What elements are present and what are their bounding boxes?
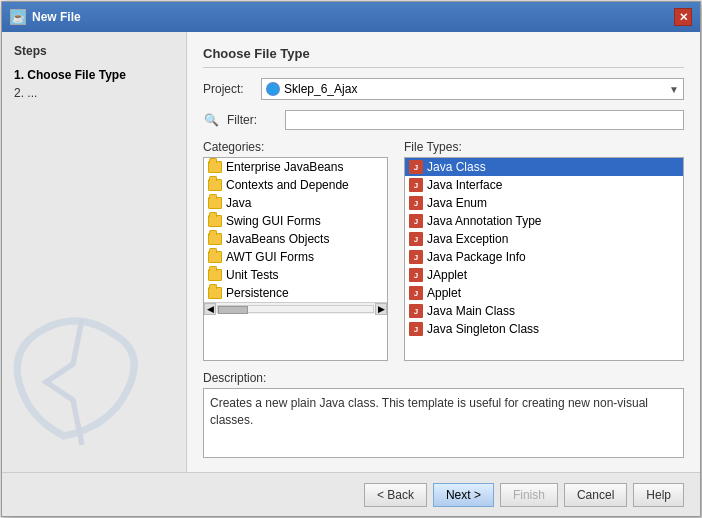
panel-title: Choose File Type — [203, 46, 684, 68]
finish-button[interactable]: Finish — [500, 483, 558, 507]
scroll-right-btn[interactable]: ▶ — [375, 303, 387, 315]
folder-icon — [208, 161, 222, 173]
project-dropdown[interactable]: 🌐 Sklep_6_Ajax ▼ — [261, 78, 684, 100]
filter-label: Filter: — [227, 113, 277, 127]
step-1-number: 1. — [14, 68, 24, 82]
back-button[interactable]: < Back — [364, 483, 427, 507]
description-section: Description: Creates a new plain Java cl… — [203, 371, 684, 458]
description-text: Creates a new plain Java class. This tem… — [210, 396, 648, 427]
search-icon: 🔍 — [203, 112, 219, 128]
filetype-label: Java Class — [427, 160, 486, 174]
sidebar-watermark — [2, 292, 172, 472]
filetype-label: Java Interface — [427, 178, 502, 192]
java-icon: J — [409, 322, 423, 336]
category-label: JavaBeans Objects — [226, 232, 329, 246]
list-item[interactable]: Unit Tests — [204, 266, 387, 284]
list-item[interactable]: J Java Singleton Class — [405, 320, 683, 338]
java-icon: J — [409, 196, 423, 210]
help-button[interactable]: Help — [633, 483, 684, 507]
filetypes-list[interactable]: J Java Class J Java Interface J Java Enu… — [404, 157, 684, 361]
list-item[interactable]: AWT GUI Forms — [204, 248, 387, 266]
list-item[interactable]: Enterprise JavaBeans — [204, 158, 387, 176]
dialog: ☕ New File ✕ Steps 1. Choose File Type 2… — [1, 1, 701, 517]
list-item[interactable]: J Applet — [405, 284, 683, 302]
categories-section: Categories: Enterprise JavaBeans Context… — [203, 140, 388, 361]
java-icon: J — [409, 160, 423, 174]
dropdown-arrow-icon: ▼ — [669, 84, 679, 95]
list-item[interactable]: J JApplet — [405, 266, 683, 284]
filter-row: 🔍 Filter: — [203, 110, 684, 130]
step-2: 2. ... — [14, 86, 174, 100]
filetype-label: Applet — [427, 286, 461, 300]
categories-scrollbar[interactable]: ◀ ▶ — [204, 302, 387, 314]
filetypes-list-inner: J Java Class J Java Interface J Java Enu… — [405, 158, 683, 338]
list-item[interactable]: Java — [204, 194, 387, 212]
project-value-container: 🌐 Sklep_6_Ajax — [266, 82, 357, 96]
steps-list: 1. Choose File Type 2. ... — [14, 68, 174, 100]
title-bar-left: ☕ New File — [10, 9, 81, 25]
scroll-track — [217, 305, 374, 313]
project-label: Project: — [203, 82, 253, 96]
globe-icon: 🌐 — [266, 82, 280, 96]
category-label: Persistence — [226, 286, 289, 300]
java-icon: J — [409, 178, 423, 192]
project-row: Project: 🌐 Sklep_6_Ajax ▼ — [203, 78, 684, 100]
folder-icon — [208, 233, 222, 245]
step-1: 1. Choose File Type — [14, 68, 174, 82]
step-2-number: 2. — [14, 86, 24, 100]
description-box: Creates a new plain Java class. This tem… — [203, 388, 684, 458]
java-icon: J — [409, 304, 423, 318]
java-icon: J — [409, 232, 423, 246]
category-label: Contexts and Depende — [226, 178, 349, 192]
list-item[interactable]: JavaBeans Objects — [204, 230, 387, 248]
filetype-label: Java Annotation Type — [427, 214, 542, 228]
list-item[interactable]: J Java Main Class — [405, 302, 683, 320]
list-item[interactable]: Contexts and Depende — [204, 176, 387, 194]
category-label: AWT GUI Forms — [226, 250, 314, 264]
folder-icon — [208, 269, 222, 281]
scroll-left-btn[interactable]: ◀ — [204, 303, 216, 315]
categories-list[interactable]: Enterprise JavaBeans Contexts and Depend… — [203, 157, 388, 361]
step-1-label: Choose File Type — [27, 68, 125, 82]
dialog-title: New File — [32, 10, 81, 24]
java-icon: J — [409, 250, 423, 264]
filetypes-section: File Types: J Java Class J Java Interfac… — [404, 140, 684, 361]
category-label: Unit Tests — [226, 268, 278, 282]
list-item[interactable]: J Java Enum — [405, 194, 683, 212]
folder-icon — [208, 197, 222, 209]
category-label: Java — [226, 196, 251, 210]
list-item[interactable]: J Java Exception — [405, 230, 683, 248]
next-button[interactable]: Next > — [433, 483, 494, 507]
filetype-label: JApplet — [427, 268, 467, 282]
footer: < Back Next > Finish Cancel Help — [2, 472, 700, 516]
categories-label: Categories: — [203, 140, 388, 154]
categories-list-inner: Enterprise JavaBeans Contexts and Depend… — [204, 158, 387, 302]
right-panel: Choose File Type Project: 🌐 Sklep_6_Ajax… — [187, 32, 700, 472]
java-icon: J — [409, 214, 423, 228]
filetype-label: Java Enum — [427, 196, 487, 210]
list-item[interactable]: J Java Interface — [405, 176, 683, 194]
list-item[interactable]: J Java Package Info — [405, 248, 683, 266]
list-item[interactable]: Persistence — [204, 284, 387, 302]
category-label: Enterprise JavaBeans — [226, 160, 343, 174]
project-value: Sklep_6_Ajax — [284, 82, 357, 96]
java-icon: J — [409, 268, 423, 282]
steps-heading: Steps — [14, 44, 174, 58]
list-item[interactable]: J Java Class — [405, 158, 683, 176]
java-icon: J — [409, 286, 423, 300]
filetype-label: Java Singleton Class — [427, 322, 539, 336]
list-item[interactable]: J Java Annotation Type — [405, 212, 683, 230]
list-item[interactable]: Swing GUI Forms — [204, 212, 387, 230]
dialog-icon: ☕ — [10, 9, 26, 25]
step-2-label: ... — [27, 86, 37, 100]
scroll-thumb[interactable] — [218, 306, 248, 314]
category-label: Swing GUI Forms — [226, 214, 321, 228]
close-button[interactable]: ✕ — [674, 8, 692, 26]
filetype-label: Java Exception — [427, 232, 508, 246]
sidebar: Steps 1. Choose File Type 2. ... — [2, 32, 187, 472]
filetype-label: Java Package Info — [427, 250, 526, 264]
filetype-label: Java Main Class — [427, 304, 515, 318]
title-bar: ☕ New File ✕ — [2, 2, 700, 32]
cancel-button[interactable]: Cancel — [564, 483, 627, 507]
filter-input[interactable] — [285, 110, 684, 130]
